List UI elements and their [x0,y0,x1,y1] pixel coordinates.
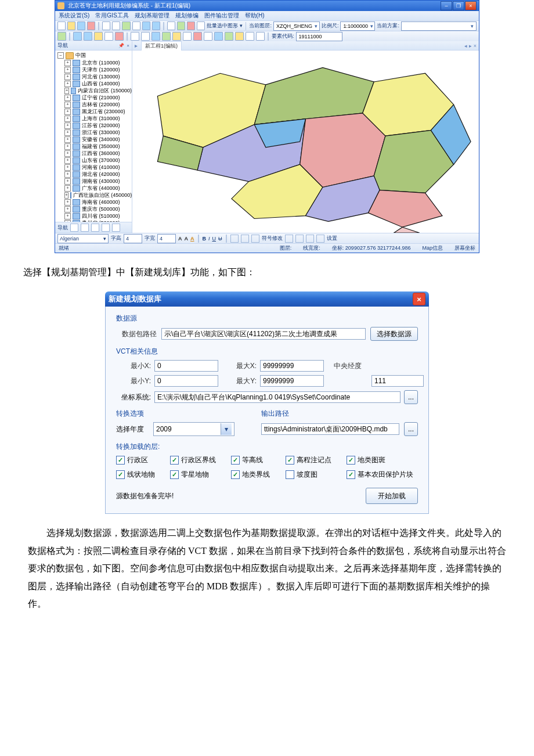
tb-point-icon[interactable] [214,32,223,41]
feature-code-input[interactable]: 19111000 [296,32,342,41]
tree-item[interactable]: +河南省 (410000) [64,164,132,171]
nav-tab-more-icon[interactable] [112,224,120,232]
expand-icon[interactable]: + [64,116,71,122]
font-sample-a[interactable]: A [178,236,182,242]
tb-edit-icon[interactable] [183,32,192,41]
align-center-icon[interactable] [241,235,249,243]
maxy-input[interactable]: 99999999 [260,375,324,387]
tree-item[interactable]: +内蒙古自治区 (150000) [64,87,132,94]
menu-baseperiod[interactable]: 规划基期管理 [135,12,169,20]
menu-help[interactable]: 帮助(H) [245,12,265,20]
tb-delete-icon[interactable] [115,32,124,41]
font-sample-a2[interactable]: A [185,236,189,242]
expand-icon[interactable]: + [64,67,71,73]
layer-checkbox[interactable]: ✓等高线 [231,455,275,465]
tab-next-icon[interactable]: ▸ [469,43,472,49]
central-meridian-input[interactable]: 111 [371,375,424,387]
tb-query-icon[interactable] [151,32,160,41]
shape-circle-icon[interactable] [316,235,324,243]
expand-icon[interactable]: + [64,199,71,206]
tb-pan-icon[interactable] [122,21,130,30]
dialog-close-button[interactable]: × [413,293,425,305]
font-name-dropdown[interactable]: Algerian▾ [57,234,109,243]
expand-icon[interactable]: + [64,74,71,80]
menu-revise[interactable]: 规划修编 [175,12,199,20]
tree-item[interactable]: +重庆市 (500000) [64,206,132,213]
layer-checkbox[interactable]: ✓线状地物 [116,470,160,480]
tb-clear-icon[interactable] [197,21,205,30]
batch-select-dropdown[interactable]: 批量选中图形 ▾ [207,22,243,30]
tree-item[interactable]: +浙江省 (330000) [64,129,132,136]
expand-icon[interactable]: + [64,150,71,157]
layer-checkbox[interactable]: ✓行政区界线 [170,455,221,465]
expand-icon[interactable]: + [64,192,68,199]
tb-zoomout-icon[interactable] [112,21,120,30]
tree-item[interactable]: +辽宁省 (210000) [64,94,132,101]
tree-item[interactable]: +吉林省 (220000) [64,101,132,108]
tb-poly-icon[interactable] [193,32,202,41]
nav-pin-icon[interactable]: 📌 [118,43,124,48]
expand-icon[interactable]: + [64,136,71,143]
coordsys-input[interactable]: E:\演示\规划\自己平台\KqPlanning1.0 0419\SysSet\… [154,391,400,403]
tb-grid-icon[interactable] [256,32,265,41]
tb-open-icon[interactable] [67,21,75,30]
expand-icon[interactable]: + [64,95,71,101]
output-path-input[interactable]: ttings\Administrator\桌面\2009HBQ.mdb [261,423,399,435]
tree-item[interactable]: +黑龙江省 (230000) [64,108,132,115]
tree-item[interactable]: +安徽省 (340000) [64,136,132,143]
tab-prev-icon[interactable]: ◂ [464,43,467,49]
tree-item[interactable]: +北京市 (110000) [64,59,132,66]
layer-checkbox[interactable]: ✓高程注记点 [286,455,336,465]
map-tab[interactable]: 新工程1(编辑) [141,41,182,51]
underline-button[interactable]: U [212,236,217,242]
tab-close-icon[interactable]: × [474,43,477,49]
select-datasource-button[interactable]: 选择数据源 [370,327,418,341]
tb-measure-icon[interactable] [187,21,195,30]
tb-fullextent-icon[interactable] [132,21,140,30]
expand-icon[interactable]: + [64,109,71,115]
tb-zoomin-icon[interactable] [102,21,110,30]
tree-item[interactable]: +广西壮族自治区 (450000) [64,192,132,199]
tb-identify-icon[interactable] [177,21,185,30]
font-height-input[interactable]: 4 [124,234,142,243]
shape-ellipse-icon[interactable] [306,235,314,243]
tb-back-icon[interactable] [73,32,82,41]
layer-checkbox[interactable]: ✓行政区 [116,455,160,465]
layer-checkbox[interactable]: ✓零星地物 [170,470,221,480]
align-left-icon[interactable] [230,235,239,243]
tree-item[interactable]: +福建省 (350000) [64,143,132,150]
tb-forward-icon[interactable] [84,32,92,41]
pkg-path-input[interactable]: 示\自己平台\湖滨区\湖滨区(411202)第二次土地调查成果 [161,328,366,340]
tb-page-icon[interactable] [104,32,113,41]
tb-close-icon[interactable] [87,21,95,30]
maxx-input[interactable]: 99999999 [260,360,324,372]
layer-checkbox[interactable]: ✓基本农田保护片块 [347,470,418,480]
menu-system[interactable]: 系统设置(S) [59,12,89,20]
tree-item[interactable]: +江苏省 (320000) [64,122,132,129]
nav-close-icon[interactable]: × [127,43,129,48]
tree-item[interactable]: +上海市 (310000) [64,115,132,122]
tree-root-label[interactable]: 中国 [75,52,86,59]
expand-icon[interactable]: + [64,178,71,185]
expand-icon[interactable]: + [64,102,71,108]
tb-select-icon[interactable] [167,21,175,30]
nav-tab-legend-icon[interactable] [81,224,89,232]
coordsys-browse-button[interactable]: ... [404,390,418,404]
tb-undo-icon[interactable] [57,32,66,41]
tb-legend-icon[interactable] [172,32,181,41]
tree-item[interactable]: +山西省 (140000) [64,80,132,87]
tb-refresh-icon[interactable] [162,32,171,41]
maximize-button[interactable]: ❐ [453,1,464,10]
tb-nextview-icon[interactable] [152,21,160,30]
tb-layer-icon[interactable] [246,32,254,41]
scale-dropdown[interactable]: 1:1000000▾ [340,21,375,31]
tree-item[interactable]: +天津市 (120000) [64,66,132,73]
shape-rect-icon[interactable] [295,235,304,243]
tb-save-icon[interactable] [77,21,85,30]
font-color-icon[interactable]: A [190,236,194,242]
settings-label[interactable]: 设置 [327,235,337,242]
tb-print-icon[interactable] [94,32,103,41]
output-browse-button[interactable]: ... [404,422,418,436]
start-load-button[interactable]: 开始加载 [366,488,418,504]
tree-item[interactable]: +四川省 (510000) [64,213,132,219]
